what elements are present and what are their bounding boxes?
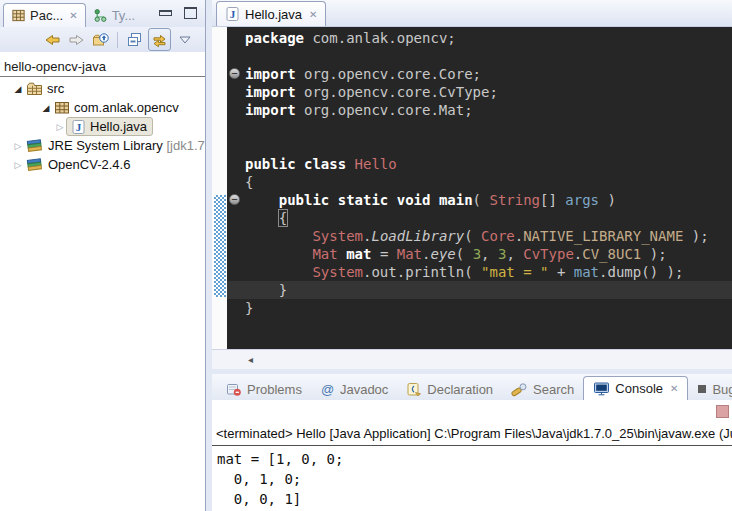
editor-body: package com.anlak.opencv;−import org.ope… (212, 27, 732, 350)
code-line-1[interactable]: package com.anlak.opencv; (227, 29, 732, 47)
console-tab-search[interactable]: Search (502, 378, 583, 400)
back-icon[interactable] (42, 29, 63, 50)
tree-item-src[interactable]: ◢src (0, 79, 205, 98)
code-line-8[interactable]: public class Hello (227, 155, 732, 173)
collapsed-arrow-icon[interactable]: ▷ (12, 160, 24, 170)
editor-part: J Hello.java ✕ package com.anlak.opencv;… (212, 0, 732, 369)
tree-item-decorator: [jdk1.7.0 (163, 138, 205, 153)
annotation-ruler[interactable] (212, 27, 227, 350)
type-hierarchy-icon (93, 8, 108, 23)
fold-collapse-icon[interactable]: − (229, 68, 240, 79)
console-tab-console[interactable]: Console✕ (583, 376, 688, 400)
scroll-left-icon[interactable]: ◂ (248, 354, 253, 365)
code-line-13[interactable]: Mat mat = Mat.eye( 3, 3, CvType.CV_8UC1 … (227, 245, 732, 263)
code-line-4[interactable]: import org.opencv.core.CvType; (227, 83, 732, 101)
code-line-3[interactable]: −import org.opencv.core.Core; (227, 65, 732, 83)
code-line-15[interactable]: } (227, 281, 732, 299)
tab-package-explorer[interactable]: Pac... ✕ (3, 3, 86, 27)
console-tab-label: Bug Explorer (712, 382, 732, 397)
console-view: Problems@JavadocDeclarationSearchConsole… (212, 374, 732, 511)
console-tab-label: Problems (247, 382, 302, 397)
code-line-2[interactable] (227, 47, 732, 65)
collapsed-arrow-icon[interactable]: ▷ (54, 122, 66, 132)
svg-text:@: @ (321, 382, 334, 397)
console-tab-javadoc[interactable]: @Javadoc (311, 378, 397, 400)
tab-label: Pac... (30, 8, 63, 23)
fold-collapse-icon[interactable]: − (229, 194, 240, 205)
problems-icon (226, 382, 242, 397)
minimize-icon[interactable] (159, 10, 172, 16)
svg-text:J: J (76, 121, 82, 133)
editor-tabbar: J Hello.java ✕ (212, 0, 732, 27)
up-icon[interactable] (90, 29, 111, 50)
java-file-icon: J (71, 119, 86, 135)
horizontal-scrollbar[interactable]: ◂ (212, 349, 732, 369)
console-tab-declaration[interactable]: Declaration (397, 378, 502, 400)
library-icon (26, 157, 44, 172)
tree-item-jre-system-library[interactable]: ▷JRE System Library [jdk1.7.0 (0, 136, 205, 155)
code-line-12[interactable]: System.LoadLibrary( Core.NATIVE_LIBRARY_… (227, 227, 732, 245)
tree-item-label: OpenCV-2.4.6 (48, 157, 130, 172)
tree-item-label: Hello.java (90, 119, 147, 134)
code-line-14[interactable]: System.out.println( "mat = " + mat.dump(… (227, 263, 732, 281)
tree-item-opencv-2-4-6[interactable]: ▷OpenCV-2.4.6 (0, 155, 205, 174)
close-icon[interactable]: ✕ (69, 10, 77, 21)
view-tabbar: Pac... ✕ Ty... (0, 0, 205, 27)
library-icon (26, 138, 44, 153)
code-line-16[interactable]: } (227, 299, 732, 317)
tab-type-hierarchy[interactable]: Ty... (86, 4, 143, 27)
collapsed-arrow-icon[interactable]: ▷ (12, 141, 24, 151)
editor-tab-label: Hello.java (245, 7, 302, 22)
project-root[interactable]: hello-opencv-java (0, 58, 205, 75)
declaration-icon (406, 382, 422, 397)
expanded-arrow-icon[interactable]: ◢ (12, 84, 24, 94)
code-editor[interactable]: package com.anlak.opencv;−import org.ope… (227, 27, 732, 350)
tree-item-label: JRE System Library (48, 138, 163, 153)
forward-icon[interactable] (66, 29, 87, 50)
package-folder-icon (26, 81, 43, 96)
tree-item-label: src (47, 81, 64, 96)
code-line-11[interactable]: { (227, 209, 732, 227)
console-icon (593, 381, 610, 397)
collapse-all-icon[interactable] (124, 29, 145, 50)
code-line-6[interactable] (227, 119, 732, 137)
link-with-editor-icon[interactable] (148, 28, 171, 51)
console-header: <terminated> Hello [Java Application] C:… (212, 426, 732, 446)
tree-item-label: com.anlak.opencv (74, 100, 179, 115)
code-line-9[interactable]: { (227, 173, 732, 191)
console-tab-label: Console (615, 381, 663, 396)
java-file-icon: J (225, 6, 240, 22)
code-line-7[interactable] (227, 137, 732, 155)
search-icon (511, 382, 528, 397)
view-menu-icon[interactable] (174, 29, 195, 50)
eclipse-window: Pac... ✕ Ty... hello-opencv-java ◢ (0, 0, 732, 511)
package-explorer-view: Pac... ✕ Ty... hello-opencv-java ◢ (0, 0, 206, 511)
maximize-icon[interactable] (184, 7, 197, 19)
console-tab-bug-explorer[interactable]: Bug Explorer (688, 378, 732, 400)
console-tab-label: Javadoc (340, 382, 388, 397)
terminate-icon[interactable] (716, 405, 729, 418)
svg-text:J: J (230, 8, 236, 20)
divider (0, 76, 205, 77)
console-tab-label: Search (533, 382, 574, 397)
console-output: mat = [1, 0, 0; 0, 1, 0; 0, 0, 1] (212, 446, 732, 509)
code-line-5[interactable]: import org.opencv.core.Mat; (227, 101, 732, 119)
close-icon[interactable]: ✕ (309, 9, 317, 20)
tree-item-com-anlak-opencv[interactable]: ◢com.anlak.opencv (0, 98, 205, 117)
console-toolbar (212, 400, 732, 426)
project-tree: hello-opencv-java ◢src◢com.anlak.opencv▷… (0, 52, 205, 174)
javadoc-icon: @ (320, 382, 335, 397)
expanded-arrow-icon[interactable]: ◢ (40, 103, 52, 113)
package-explorer-icon (11, 8, 26, 23)
code-line-10[interactable]: − public static void main( String[] args… (227, 191, 732, 209)
package-icon (54, 100, 70, 115)
tab-label: Ty... (112, 8, 136, 23)
close-icon[interactable]: ✕ (670, 383, 678, 394)
editor-tab-hello-java[interactable]: J Hello.java ✕ (216, 1, 326, 26)
view-window-buttons (159, 7, 197, 19)
tree-item-hello-java[interactable]: ▷JHello.java (0, 117, 205, 136)
console-tab-problems[interactable]: Problems (217, 378, 311, 400)
bug-icon (697, 384, 707, 394)
selected-item-box[interactable]: JHello.java (66, 117, 153, 136)
console-tab-label: Declaration (427, 382, 493, 397)
